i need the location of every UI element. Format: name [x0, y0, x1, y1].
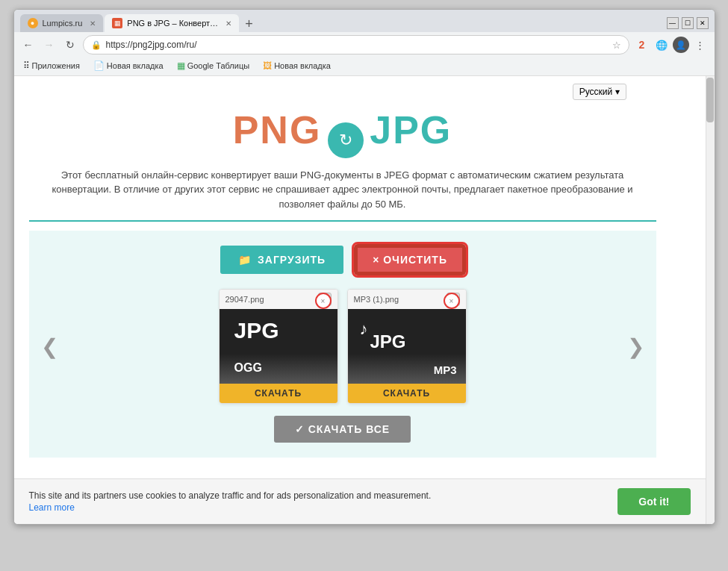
description-text: Этот бесплатный онлайн-сервис конвертиру… — [52, 168, 634, 212]
upload-label: ЗАГРУЗИТЬ — [258, 254, 326, 266]
back-btn[interactable]: ← — [20, 37, 37, 53]
music-note-2: ♪ — [360, 319, 368, 339]
action-btns: 📁 ЗАГРУЗИТЬ × ОЧИСТИТЬ — [220, 246, 464, 274]
tab2-close[interactable]: ✕ — [225, 19, 231, 28]
avatar-btn[interactable]: 👤 — [673, 37, 689, 53]
mp3-text-2: MP3 — [434, 363, 457, 376]
ogg-text-1: OGG — [234, 361, 262, 375]
apps-icon: ⠿ — [23, 60, 30, 71]
file-card-1-name: 29047.png — [225, 295, 264, 304]
image-icon: 🖼 — [263, 60, 272, 71]
logo-arrow-circle: ↻ — [328, 122, 364, 158]
file-card-2-img: ♪ JPG MP3 — [348, 309, 467, 384]
lang-selector-row: Русский ▾ — [29, 76, 656, 100]
reload-btn[interactable]: ↻ — [62, 37, 78, 53]
tab2-favicon: ▦ — [112, 18, 122, 28]
address-text: https://png2jpg.com/ru/ — [106, 40, 608, 50]
bookmark-google-sheets[interactable]: ▦ Google Таблицы — [174, 59, 252, 72]
clear-label: × ОЧИСТИТЬ — [373, 254, 447, 266]
download-all-button[interactable]: ✓ СКАЧАТЬ ВСЕ — [274, 416, 411, 443]
tab2-label: PNG в JPG – Конвертация PNG … — [127, 19, 218, 28]
browser-window: ● Lumpics.ru ✕ ▦ PNG в JPG – Конвертация… — [13, 9, 715, 525]
file-card-2-name: MP3 (1).png — [354, 295, 399, 304]
tab1-label: Lumpics.ru — [43, 19, 83, 28]
apps-label: Приложения — [32, 61, 80, 70]
page-inner: Русский ▾ PNG ↻ JPG Этот бесплатный онла… — [14, 76, 671, 472]
logo-jpg: JPG — [370, 108, 452, 152]
page-content: Русский ▾ PNG ↻ JPG Этот бесплатный онла… — [14, 76, 715, 524]
file-cards: 29047.png × × JPG OGG — [70, 289, 615, 404]
file-card-2-close[interactable]: × × — [447, 293, 460, 306]
file-card-1-header: 29047.png × × — [220, 290, 337, 309]
scrollbar-thumb[interactable] — [706, 78, 714, 122]
bookmark-new-tab-2[interactable]: 🖼 Новая вкладка — [260, 59, 334, 72]
file-card-2: MP3 (1).png × × ♪ JPG MP3 — [347, 289, 467, 404]
teal-divider — [29, 220, 656, 222]
world-icon-btn[interactable]: 🌐 — [653, 37, 670, 53]
file-card-1: 29047.png × × JPG OGG — [219, 289, 338, 404]
window-controls: — ☐ ✕ — [667, 17, 709, 29]
carousel-right-arrow[interactable]: ❯ — [623, 334, 649, 359]
download-all-row: ✓ СКАЧАТЬ ВСЕ — [274, 416, 411, 443]
sheets-icon: ▦ — [177, 60, 185, 71]
jpg-big-text-1: JPG — [234, 318, 279, 343]
lang-selector-text: Русский ▾ — [579, 87, 620, 97]
upload-button[interactable]: 📁 ЗАГРУЗИТЬ — [220, 246, 343, 274]
lock-icon: 🔒 — [91, 40, 102, 50]
bookmarks-bar: ⠿ Приложения 📄 Новая вкладка ▦ Google Та… — [14, 57, 715, 76]
new-tab-btn[interactable]: + — [240, 16, 258, 32]
new-tab-1-label: Новая вкладка — [107, 61, 164, 70]
forward-btn[interactable]: → — [41, 37, 57, 53]
upload-area: 📁 ЗАГРУЗИТЬ × ОЧИСТИТЬ ❮ 29047.png — [29, 231, 656, 458]
logo-png: PNG — [233, 108, 322, 152]
carousel-left-arrow[interactable]: ❮ — [37, 334, 63, 359]
files-carousel: ❮ 29047.png × × — [29, 289, 656, 404]
file-card-1-img: JPG OGG — [220, 309, 338, 384]
tab-png2jpg[interactable]: ▦ PNG в JPG – Конвертация PNG … ✕ — [105, 14, 239, 32]
file-img-bg1: JPG OGG — [220, 309, 338, 384]
logo-area: PNG ↻ JPG — [29, 100, 656, 162]
lang-selector[interactable]: Русский ▾ — [573, 84, 626, 100]
scrollbar[interactable] — [706, 76, 715, 524]
maximize-btn[interactable]: ☐ — [682, 17, 694, 29]
tabs-row: ● Lumpics.ru ✕ ▦ PNG в JPG – Конвертация… — [20, 14, 658, 32]
file-card-2-header: MP3 (1).png × × — [348, 290, 466, 309]
new-tab-2-label: Новая вкладка — [274, 61, 331, 70]
file-img-bg2: ♪ JPG MP3 — [348, 309, 467, 384]
file-card-1-close[interactable]: × × — [318, 293, 332, 306]
download-card-btn-1[interactable]: СКАЧАТЬ — [220, 384, 337, 403]
got-it-button[interactable]: Got it! — [617, 488, 690, 515]
tab-lumpics[interactable]: ● Lumpics.ru ✕ — [20, 14, 104, 32]
title-bar: ● Lumpics.ru ✕ ▦ PNG в JPG – Конвертация… — [14, 10, 715, 32]
sheets-label: Google Таблицы — [187, 61, 249, 70]
close-window-btn[interactable]: ✕ — [697, 17, 709, 29]
address-bar-row: ← → ↻ 🔒 https://png2jpg.com/ru/ ☆ 2 🌐 👤 … — [14, 32, 715, 57]
upload-icon: 📁 — [238, 254, 252, 266]
cookie-message: This site and its partners use cookies t… — [29, 490, 432, 501]
minimize-btn[interactable]: — — [667, 17, 679, 29]
doc-icon-1: 📄 — [93, 60, 105, 71]
download-card-btn-2[interactable]: СКАЧАТЬ — [348, 384, 466, 403]
red-badge-2: × — [444, 293, 460, 309]
extensions-btn[interactable]: 2 — [634, 37, 650, 53]
cookie-bar: This site and its partners use cookies t… — [14, 478, 706, 524]
red-badge-1: × — [315, 293, 332, 309]
cookie-text-area: This site and its partners use cookies t… — [29, 490, 603, 513]
jpg-big-text-2: JPG — [370, 331, 406, 352]
bookmark-star-icon[interactable]: ☆ — [612, 40, 621, 51]
address-field[interactable]: 🔒 https://png2jpg.com/ru/ ☆ — [83, 35, 629, 54]
bookmark-new-tab-1[interactable]: 📄 Новая вкладка — [90, 59, 167, 72]
browser-actions: 2 🌐 👤 ⋮ — [634, 37, 709, 53]
bookmark-apps[interactable]: ⠿ Приложения — [20, 59, 83, 72]
tab1-close[interactable]: ✕ — [90, 19, 96, 28]
menu-btn[interactable]: ⋮ — [692, 37, 709, 53]
learn-more-link[interactable]: Learn more — [29, 502, 603, 513]
tab1-favicon: ● — [28, 18, 38, 28]
clear-button[interactable]: × ОЧИСТИТЬ — [355, 246, 464, 274]
